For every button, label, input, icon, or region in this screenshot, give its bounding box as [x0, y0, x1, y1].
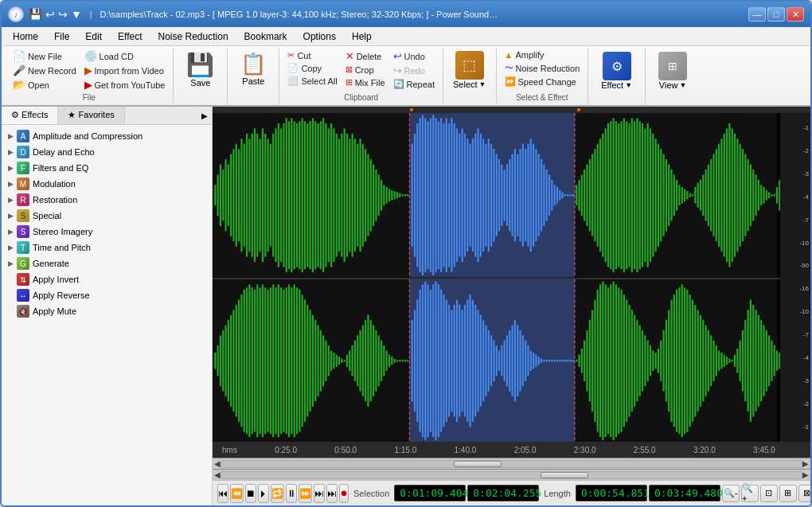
crop-button[interactable]: ⊠ Crop: [342, 64, 388, 76]
zoom-out[interactable]: 🔍-: [722, 485, 740, 502]
svg-rect-82: [422, 115, 424, 275]
zoom-in[interactable]: 🔍+: [741, 485, 759, 502]
svg-rect-250: [254, 289, 256, 431]
transport-end[interactable]: ⏭: [314, 484, 325, 503]
menu-file[interactable]: File: [46, 29, 77, 44]
get-youtube-button[interactable]: ▶ Get from YouTube: [81, 78, 169, 92]
transport-rewind[interactable]: ⏪: [230, 484, 244, 503]
noise-reduction-button[interactable]: 〜 Noise Reduction: [502, 61, 584, 75]
svg-rect-56: [351, 134, 353, 257]
svg-rect-243: [236, 304, 237, 416]
waveform-tracks[interactable]: -1 -2 -3 -4 -7 -10 -90 -16 -10 -7 -4 -3 …: [213, 113, 810, 442]
effect-restoration[interactable]: ▶ R Restoration: [2, 192, 212, 208]
select-dropdown-arrow[interactable]: ▼: [479, 80, 486, 88]
save-quick-icon[interactable]: 💾: [29, 8, 42, 21]
paste-button[interactable]: 📋 Paste: [234, 49, 272, 88]
transport-stop[interactable]: ⏹: [245, 484, 256, 503]
effects-nav-arrow[interactable]: ▶: [197, 107, 212, 124]
apply-mute[interactable]: ▶ 🔇 Apply Mute: [2, 303, 212, 319]
open-button[interactable]: 📂 Open: [10, 78, 80, 92]
svg-rect-335: [480, 314, 482, 406]
hscrollbar-track-bottom[interactable]: [221, 471, 802, 479]
new-file-button[interactable]: 📄 New File: [10, 49, 80, 63]
close-button[interactable]: ✕: [787, 7, 804, 21]
transport-ff[interactable]: ⏩: [299, 484, 312, 503]
copy-button[interactable]: 📄 Copy: [284, 62, 340, 74]
scroll-right-arrow[interactable]: ▶: [802, 459, 809, 468]
waveform-track-2[interactable]: [213, 278, 810, 443]
mix-file-button[interactable]: ⊞ Mix File: [342, 76, 388, 88]
zoom-selection[interactable]: ⊡: [760, 485, 778, 502]
effect-modulation[interactable]: ▶ M Modulation: [2, 176, 212, 192]
zoom-fit[interactable]: ⊞: [779, 485, 797, 502]
view-button[interactable]: ⊞ View ▼: [652, 49, 693, 92]
select-button[interactable]: ⬚ Select ▼: [450, 49, 490, 91]
redo-quick-icon[interactable]: ↪: [58, 8, 68, 21]
undo-icon: ↩: [393, 50, 402, 62]
tab-effects[interactable]: ⚙ Effects: [2, 107, 58, 124]
undo-button[interactable]: ↩ Undo: [390, 49, 438, 63]
menu-noise-reduction[interactable]: Noise Reduction: [150, 29, 236, 44]
svg-rect-15: [244, 144, 245, 247]
menu-help[interactable]: Help: [344, 29, 380, 44]
save-button[interactable]: 💾 Save: [180, 49, 221, 90]
load-cd-button[interactable]: 💿 Load CD: [81, 49, 169, 63]
repeat-button[interactable]: 🔄 Repeat: [390, 78, 438, 90]
menu-arrow-icon[interactable]: ▼: [71, 8, 82, 21]
amplify-button[interactable]: ▲ Amplify: [502, 49, 584, 60]
undo-quick-icon[interactable]: ↩: [45, 8, 55, 21]
effects-tabs: ⚙ Effects ★ Favorites ▶: [2, 107, 212, 125]
select-all-button[interactable]: ⬜ Select All: [284, 75, 340, 87]
svg-rect-418: [700, 314, 701, 406]
maximize-button[interactable]: □: [767, 7, 785, 21]
menu-home[interactable]: Home: [5, 29, 46, 44]
cut-button[interactable]: ✂ Cut: [284, 49, 340, 61]
svg-rect-37: [302, 118, 303, 272]
effect-filters[interactable]: ▶ F Filters and EQ: [2, 160, 212, 176]
zoom-full[interactable]: ⊠: [798, 485, 810, 502]
new-record-button[interactable]: 🎤 New Record: [10, 64, 80, 77]
effect-amplitude[interactable]: ▶ A Amplitude and Compression: [2, 128, 212, 144]
hscrollbar-top[interactable]: ◀ ▶: [213, 458, 810, 469]
hscrollbar-thumb-bottom[interactable]: [541, 472, 588, 478]
view-dropdown-arrow[interactable]: ▼: [679, 81, 686, 89]
apply-invert[interactable]: ▶ ⇅ Apply Invert: [2, 271, 212, 287]
transport-play[interactable]: ⏵: [258, 484, 269, 503]
scroll-right-arrow2[interactable]: ▶: [802, 470, 809, 479]
effect-dropdown-arrow[interactable]: ▼: [625, 81, 632, 89]
transport-pause[interactable]: ⏸: [286, 484, 297, 503]
scroll-left-arrow2[interactable]: ◀: [214, 470, 221, 479]
minimize-button[interactable]: —: [748, 7, 766, 21]
label-filters: Filters and EQ: [33, 163, 88, 173]
svg-rect-36: [299, 121, 300, 269]
menu-edit[interactable]: Edit: [77, 29, 110, 44]
effect-generate[interactable]: ▶ G Generate: [2, 255, 212, 271]
transport-begin[interactable]: ⏮: [217, 484, 228, 503]
transport-next-marker[interactable]: ⏭: [326, 484, 338, 503]
redo-button[interactable]: ↪ Redo: [390, 64, 438, 77]
hscrollbar-bottom[interactable]: ◀ ▶: [213, 469, 810, 480]
effect-delay[interactable]: ▶ D Delay and Echo: [2, 144, 212, 160]
effect-special[interactable]: ▶ S Special: [2, 208, 212, 224]
menu-effect[interactable]: Effect: [110, 29, 150, 44]
waveform-track-1[interactable]: [213, 113, 810, 278]
tab-favorites[interactable]: ★ Favorites: [58, 107, 124, 124]
hscrollbar-thumb-top[interactable]: [454, 461, 502, 467]
svg-rect-4: [214, 185, 216, 205]
speed-change-button[interactable]: ⏩ Speed Change: [502, 76, 584, 88]
effect-time-pitch[interactable]: ▶ T Time and Pitch: [2, 240, 212, 255]
menu-bookmark[interactable]: Bookmark: [236, 29, 295, 44]
transport-loop[interactable]: 🔁: [271, 484, 284, 503]
apply-reverse[interactable]: ▶ ↔ Apply Reverse: [2, 287, 212, 303]
svg-rect-434: [742, 330, 744, 391]
scroll-left-arrow[interactable]: ◀: [214, 459, 221, 468]
delete-button[interactable]: ✕ Delete: [342, 49, 388, 63]
menu-options[interactable]: Options: [295, 29, 344, 44]
import-video-button[interactable]: ▶ Import from Video: [81, 64, 169, 77]
effect-stereo[interactable]: ▶ S Stereo Imagery: [2, 224, 212, 240]
transport-record[interactable]: ⏺: [339, 484, 349, 503]
hscrollbar-track-top[interactable]: [221, 460, 802, 468]
effect-button[interactable]: ⚙ Effect ▼: [595, 49, 638, 92]
svg-rect-289: [357, 335, 358, 386]
svg-rect-28: [278, 123, 279, 267]
